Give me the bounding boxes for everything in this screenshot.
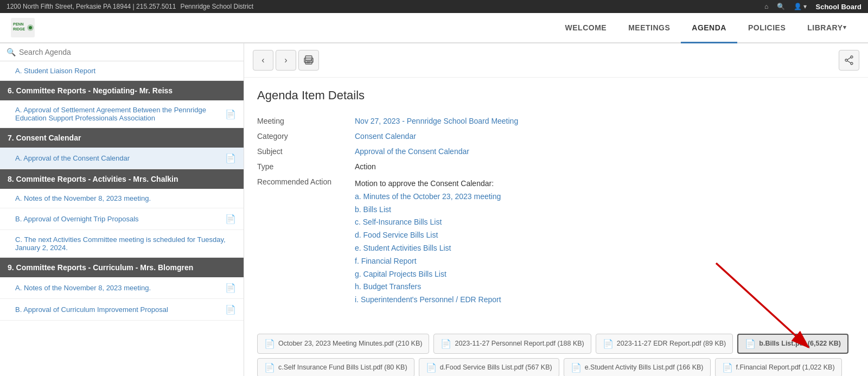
home-icon[interactable]: ⌂ [764, 3, 768, 10]
sidebar-item-nov8-notes-activities[interactable]: A. Notes of the November 8, 2023 meeting… [0, 189, 244, 208]
address-text: 1200 North Fifth Street, Perkasie PA 189… [7, 3, 176, 10]
search-input[interactable] [19, 48, 237, 56]
section-7-label: 7. Consent Calendar [8, 133, 81, 142]
sidebar-item-curriculum-improvement[interactable]: B. Approval of Curriculum Improvement Pr… [0, 299, 244, 321]
category-label: Category [257, 129, 355, 144]
logo[interactable]: PENN RIDGE [11, 18, 35, 37]
nav-bar: PENN RIDGE WELCOME MEETINGS AGENDA POLIC… [0, 13, 868, 43]
section-6-label: 6. Committee Reports - Negotiating- Mr. … [8, 86, 173, 95]
file-doc-icon: 📄 [571, 362, 582, 373]
user-icon[interactable]: 👤 ▾ [794, 3, 807, 10]
content-toolbar: ‹ › [244, 43, 868, 78]
file-icon: 📄 [225, 214, 236, 224]
file-doc-icon: 📄 [426, 362, 437, 373]
details-title: Agenda Item Details [257, 88, 855, 103]
sidebar-item-next-activities-meeting[interactable]: C. The next Activities Committee meeting… [0, 230, 244, 258]
attachment-food-service[interactable]: 📄 d.Food Service Bills List.pdf (567 KB) [419, 358, 559, 376]
nav-meetings[interactable]: MEETINGS [617, 13, 681, 43]
main-nav: WELCOME MEETINGS AGENDA POLICIES LIBRARY [554, 13, 857, 42]
nav-agenda[interactable]: AGENDA [681, 13, 737, 43]
action-item-e: e. Student Activities Bills List [355, 244, 451, 252]
action-item-g: g. Capital Projects Bills List [355, 270, 446, 278]
sidebar-section-9[interactable]: 9. Committee Reports - Curriculum - Mrs.… [0, 258, 244, 277]
category-row: Category Consent Calendar [257, 129, 855, 144]
attachment-meeting-minutes[interactable]: 📄 October 23, 2023 Meeting Minutes.pdf (… [257, 334, 429, 354]
search-icon: 🔍 [7, 48, 16, 56]
sidebar-section-6[interactable]: 6. Committee Reports - Negotiating- Mr. … [0, 81, 244, 100]
sidebar-section-8[interactable]: 8. Committee Reports - Activities - Mrs.… [0, 169, 244, 189]
svg-point-10 [311, 59, 312, 60]
attachment-label: October 23, 2023 Meeting Minutes.pdf (21… [278, 340, 422, 347]
meeting-value: Nov 27, 2023 - Pennridge School Board Me… [355, 113, 855, 129]
sidebar-item-student-liaison[interactable]: A. Student Liaison Report [0, 61, 244, 81]
attachment-label: e.Student Activity Bills List.pdf (166 K… [585, 364, 704, 371]
search-icon[interactable]: 🔍 [777, 3, 785, 10]
next-button[interactable]: › [276, 50, 296, 71]
attachment-self-insurance[interactable]: 📄 c.Self Insurance Fund Bills List.pdf (… [257, 358, 414, 376]
attachment-edr-report[interactable]: 📄 2023-11-27 EDR Report.pdf (89 KB) [596, 334, 733, 354]
attachment-bills-list[interactable]: 📄 b.Bills List.pdf (6,522 KB) [737, 334, 848, 354]
share-button[interactable] [839, 50, 859, 71]
file-doc-icon: 📄 [441, 339, 451, 349]
action-item-a: a. Minutes of the October 23, 2023 meeti… [355, 192, 501, 201]
sidebar-item-label: A. Approval of Settlement Agreement Betw… [15, 106, 221, 122]
type-value: Action [355, 159, 855, 174]
sidebar-item-label: B. Approval of Overnight Trip Proposals [15, 215, 221, 223]
meeting-label: Meeting [257, 113, 355, 129]
prev-button[interactable]: ‹ [253, 50, 273, 71]
attachment-financial-report[interactable]: 📄 f.Financial Report.pdf (1,022 KB) [715, 358, 842, 376]
file-doc-icon: 📄 [264, 339, 275, 349]
top-bar-left: 1200 North Fifth Street, Perkasie PA 189… [7, 3, 253, 10]
nav-policies[interactable]: POLICIES [737, 13, 796, 43]
agenda-details: Agenda Item Details Meeting Nov 27, 2023… [244, 78, 868, 334]
sidebar-item-consent-calendar[interactable]: A. Approval of the Consent Calendar 📄 [0, 148, 244, 169]
main-layout: 🔍 A. Student Liaison Report 6. Committee… [0, 43, 868, 376]
attachment-label: 2023-11-27 Personnel Report.pdf (188 KB) [455, 340, 584, 347]
sidebar-item-label: A. Student Liaison Report [15, 67, 236, 75]
attachment-label: d.Food Service Bills List.pdf (567 KB) [440, 364, 552, 371]
school-board-label: School Board [815, 3, 861, 11]
rec-action-row: Recommended Action Motion to approve the… [257, 174, 855, 310]
subject-value: Approval of the Consent Calendar [355, 144, 855, 159]
attachments-area: 📄 October 23, 2023 Meeting Minutes.pdf (… [244, 334, 868, 376]
share-icon [844, 55, 854, 65]
sidebar: 🔍 A. Student Liaison Report 6. Committee… [0, 43, 244, 376]
nav-welcome[interactable]: WELCOME [554, 13, 618, 43]
category-value: Consent Calendar [355, 129, 855, 144]
attachment-label: b.Bills List.pdf (6,522 KB) [759, 340, 841, 347]
svg-line-14 [847, 58, 851, 60]
top-bar-right: ⌂ 🔍 👤 ▾ School Board [764, 3, 861, 11]
attachment-student-activity[interactable]: 📄 e.Student Activity Bills List.pdf (166… [564, 358, 711, 376]
rec-action-intro: Motion to approve the Consent Calendar: [355, 179, 494, 188]
sidebar-section-7[interactable]: 7. Consent Calendar [0, 128, 244, 148]
action-item-d: d. Food Service Bills List [355, 231, 438, 239]
sidebar-item-label: C. The next Activities Committee meeting… [15, 235, 236, 252]
svg-point-13 [845, 59, 847, 61]
subject-row: Subject Approval of the Consent Calendar [257, 144, 855, 159]
sidebar-item-nov8-notes-curriculum[interactable]: A. Notes of the November 8, 2023 meeting… [0, 277, 244, 299]
file-icon: 📄 [225, 153, 236, 163]
print-button[interactable] [298, 50, 319, 71]
svg-rect-7 [307, 61, 311, 62]
action-item-b: b. Bills List [355, 205, 391, 214]
action-item-h: h. Budget Transfers [355, 282, 421, 291]
top-bar: 1200 North Fifth Street, Perkasie PA 189… [0, 0, 868, 13]
attachment-personnel-report[interactable]: 📄 2023-11-27 Personnel Report.pdf (188 K… [433, 334, 591, 354]
svg-text:PENN: PENN [13, 22, 23, 26]
search-bar[interactable]: 🔍 [0, 43, 244, 61]
file-doc-icon: 📄 [722, 362, 733, 373]
section-8-label: 8. Committee Reports - Activities - Mrs.… [8, 175, 178, 183]
action-item-f: f. Financial Report [355, 257, 417, 265]
meeting-row: Meeting Nov 27, 2023 - Pennridge School … [257, 113, 855, 129]
sidebar-item-overnight-trip[interactable]: B. Approval of Overnight Trip Proposals … [0, 208, 244, 230]
attachment-label: c.Self Insurance Fund Bills List.pdf (80… [278, 364, 407, 371]
content-area: ‹ › [244, 43, 868, 376]
rec-action-value: Motion to approve the Consent Calendar: … [355, 174, 855, 310]
pennridge-logo-icon: PENN RIDGE [11, 18, 35, 37]
sidebar-item-settlement[interactable]: A. Approval of Settlement Agreement Betw… [0, 100, 244, 128]
nav-library[interactable]: LIBRARY [796, 13, 857, 43]
file-doc-icon: 📄 [745, 339, 756, 349]
print-icon [304, 55, 314, 65]
svg-point-4 [29, 26, 32, 29]
svg-point-11 [851, 56, 853, 58]
